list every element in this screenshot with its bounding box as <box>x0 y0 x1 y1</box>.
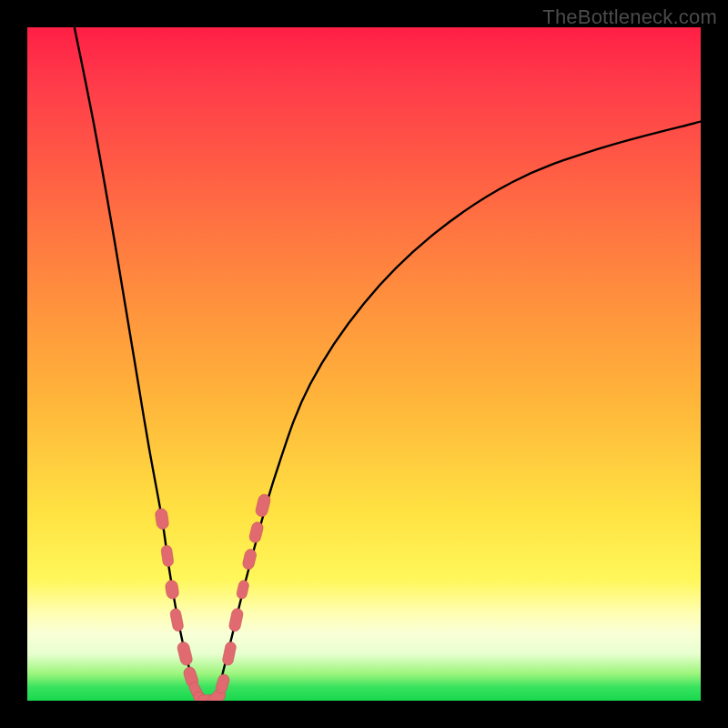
bead <box>155 508 169 530</box>
bead <box>248 521 265 543</box>
bead-cluster <box>155 493 271 701</box>
curve-layer <box>27 27 701 701</box>
curve-left-branch <box>75 27 203 701</box>
bead <box>236 580 249 600</box>
bead <box>169 608 184 632</box>
bead <box>228 608 244 632</box>
bead <box>161 545 175 568</box>
bead <box>165 580 179 600</box>
bead <box>242 548 258 571</box>
bead <box>255 493 272 518</box>
bead <box>177 641 194 666</box>
bead <box>215 673 231 695</box>
bead <box>222 641 238 666</box>
chart-frame: TheBottleneck.com <box>0 0 728 728</box>
watermark-text: TheBottleneck.com <box>542 5 717 29</box>
plot-area <box>27 27 701 701</box>
curve-right-branch <box>216 122 701 701</box>
